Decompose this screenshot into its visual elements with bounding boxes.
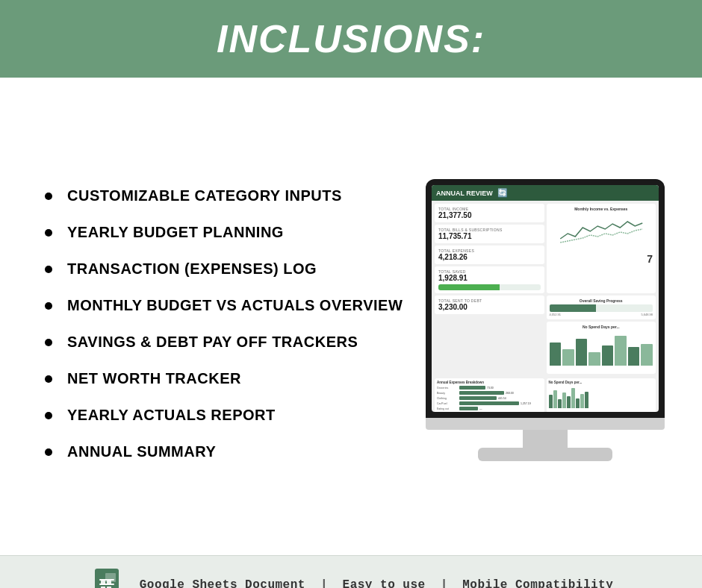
monitor-stand-neck bbox=[523, 430, 568, 448]
expense-category: Car/Fuel bbox=[437, 402, 458, 405]
monitor-screen: ANNUAL REVIEW 🔄 TOTAL INCOME 21,377.50 bbox=[426, 179, 665, 418]
list-item: YEARLY BUDGET PLANNING bbox=[45, 218, 403, 247]
expense-value: 260.00 bbox=[506, 392, 514, 395]
list-item-text: MONTHLY BUDGET VS ACTUALS OVERVIEW bbox=[67, 297, 403, 314]
bullet-icon bbox=[45, 375, 52, 383]
footer-separator-1: | bbox=[320, 578, 328, 589]
bar-chart bbox=[550, 332, 653, 366]
footer-separator-2: | bbox=[441, 578, 448, 589]
savings-label: 4,052.91 bbox=[550, 313, 562, 316]
list-item: NET WORTH TRACKER bbox=[45, 364, 403, 393]
chart-label: No Spend Days per... bbox=[549, 381, 654, 384]
bar bbox=[615, 336, 627, 366]
income-expenses-chart: Monthly Income vs. Expenses 7 bbox=[547, 204, 656, 293]
list-item-text: ANNUAL SUMMARY bbox=[67, 443, 216, 460]
list-item-text: SAVINGS & DEBT PAY OFF TRACKERS bbox=[67, 334, 358, 351]
bullet-icon bbox=[45, 193, 52, 200]
list-item: CUSTOMIZABLE CATEGORY INPUTS bbox=[45, 181, 403, 210]
expense-category: Groceries bbox=[437, 387, 458, 390]
expense-value: 1,257.19 bbox=[521, 402, 531, 405]
google-sheets-icon bbox=[89, 567, 125, 589]
stat-value: 1,928.91 bbox=[438, 274, 541, 282]
bar bbox=[576, 339, 588, 366]
stat-value: 21,377.50 bbox=[438, 211, 541, 219]
bar bbox=[602, 345, 614, 366]
list-item: MONTHLY BUDGET VS ACTUALS OVERVIEW bbox=[45, 291, 403, 320]
no-spend-days-chart: No Spend Days per... bbox=[547, 322, 656, 374]
bullet-icon bbox=[45, 229, 52, 237]
savings-fill bbox=[438, 284, 500, 290]
bullet-icon bbox=[45, 266, 52, 273]
refresh-icon: 🔄 bbox=[497, 188, 508, 198]
stat-total-income: TOTAL INCOME 21,377.50 bbox=[435, 204, 544, 222]
savings-target: 5,648.98 bbox=[641, 313, 653, 316]
list-item: YEARLY ACTUALS REPORT bbox=[45, 401, 403, 430]
bullet-icon bbox=[45, 448, 52, 456]
annual-expenses-chart: Annual Expenses Breakdown Groceries 73.0… bbox=[435, 378, 544, 412]
chart-title: No Spend Days per... bbox=[550, 325, 653, 329]
expense-category: Beauty bbox=[437, 392, 458, 395]
savings-progress-bar bbox=[438, 284, 541, 290]
bar bbox=[628, 347, 640, 366]
bullet-icon bbox=[45, 302, 52, 310]
monitor-stand-base bbox=[478, 448, 612, 461]
stat-saved: TOTAL SAVED 1,928.91 bbox=[435, 266, 544, 293]
list-item-text: NET WORTH TRACKER bbox=[67, 370, 241, 387]
footer-mobile: Mobile Compatibility bbox=[462, 578, 613, 589]
list-item: SAVINGS & DEBT PAY OFF TRACKERS bbox=[45, 328, 403, 357]
line-chart-svg bbox=[550, 213, 653, 250]
product-mockup: ANNUAL REVIEW 🔄 TOTAL INCOME 21,377.50 bbox=[418, 100, 672, 540]
main-content: CUSTOMIZABLE CATEGORY INPUTS YEARLY BUDG… bbox=[0, 78, 702, 555]
expense-category: Clothing bbox=[437, 397, 458, 400]
svg-rect-7 bbox=[107, 581, 111, 585]
footer: Google Sheets Document | Easy to use | M… bbox=[0, 555, 702, 588]
expense-value: — bbox=[479, 407, 482, 410]
expense-category: Eating out bbox=[437, 407, 458, 410]
chart-label: Annual Expenses Breakdown bbox=[437, 381, 542, 384]
spreadsheet-header: ANNUAL REVIEW 🔄 bbox=[432, 185, 659, 201]
expense-value: 441.54 bbox=[498, 397, 506, 400]
list-item-text: TRANSACTION (EXPENSES) LOG bbox=[67, 260, 317, 278]
list-item-text: YEARLY BUDGET PLANNING bbox=[67, 224, 284, 241]
monitor-stand-top bbox=[426, 418, 665, 430]
bullet-icon bbox=[45, 412, 52, 419]
spreadsheet-title: ANNUAL REVIEW bbox=[436, 190, 493, 197]
page-header: INCLUSIONS: bbox=[0, 0, 702, 78]
stat-value: 4,218.26 bbox=[438, 253, 541, 261]
list-item-text: YEARLY ACTUALS REPORT bbox=[67, 407, 276, 424]
stat-value: 11,735.71 bbox=[438, 232, 541, 240]
stat-expenses: TOTAL EXPENSES 4,218.26 bbox=[435, 245, 544, 264]
monitor: ANNUAL REVIEW 🔄 TOTAL INCOME 21,377.50 bbox=[426, 179, 665, 461]
stat-value: 3,230.00 bbox=[438, 303, 541, 311]
list-item: TRANSACTION (EXPENSES) LOG bbox=[45, 254, 403, 284]
bar bbox=[562, 349, 574, 366]
stat-bills: TOTAL BILLS & SUBSCRIPTIONS 11,735.71 bbox=[435, 225, 544, 243]
bullet-icon bbox=[45, 339, 52, 346]
bar bbox=[550, 343, 562, 366]
bar bbox=[641, 344, 653, 366]
chart-title: Monthly Income vs. Expenses bbox=[550, 207, 653, 211]
saving-progress-chart: Overall Saving Progress 4,052.91 5,648.9… bbox=[547, 295, 656, 319]
inclusions-list: CUSTOMIZABLE CATEGORY INPUTS YEARLY BUDG… bbox=[45, 100, 403, 540]
footer-doc-type: Google Sheets Document bbox=[140, 578, 305, 589]
bar bbox=[588, 352, 600, 366]
list-item-text: CUSTOMIZABLE CATEGORY INPUTS bbox=[67, 187, 342, 204]
svg-rect-6 bbox=[101, 581, 105, 585]
no-spend-summary: No Spend Days per... bbox=[547, 378, 656, 412]
footer-easy-to-use: Easy to use bbox=[343, 578, 426, 589]
chart-title: Overall Saving Progress bbox=[550, 298, 653, 303]
list-item: ANNUAL SUMMARY bbox=[45, 437, 403, 466]
screen-content: ANNUAL REVIEW 🔄 TOTAL INCOME 21,377.50 bbox=[432, 185, 659, 412]
expense-value: 73.00 bbox=[487, 387, 494, 390]
stat-debt: TOTAL SENT TO DEBT 3,230.00 bbox=[435, 295, 544, 314]
page-title: INCLUSIONS: bbox=[0, 16, 702, 61]
